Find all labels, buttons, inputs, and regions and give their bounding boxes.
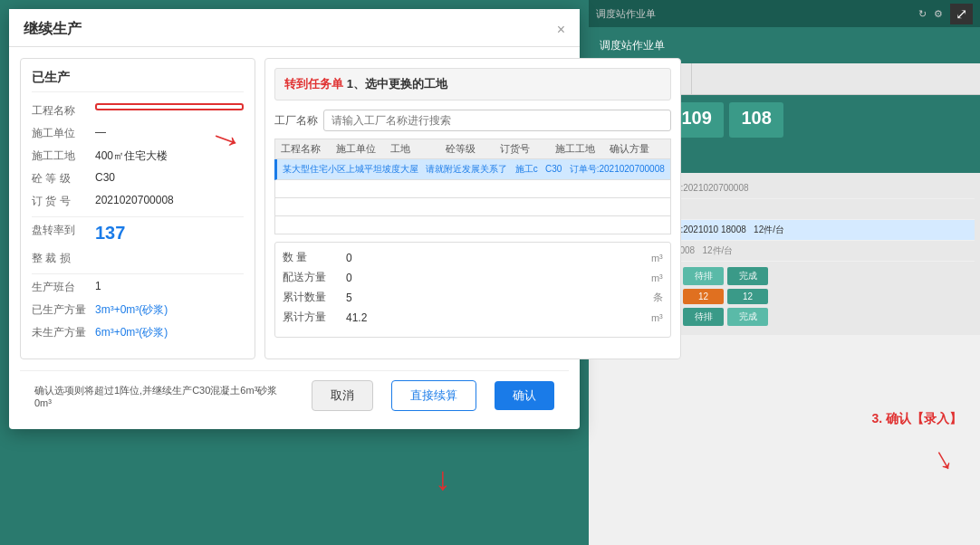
search-input[interactable] — [323, 110, 671, 131]
remaining-value: 6m³+0m³(砂浆) — [95, 325, 244, 340]
red-arrow-down: ↑ — [928, 442, 962, 483]
grid-cell-8: 12 — [727, 289, 768, 304]
top-bar-title: 调度站作业单 — [596, 7, 656, 21]
settings-icon[interactable]: ⚙ — [934, 8, 943, 20]
top-bar: 调度站作业单 ↻ ⚙ ⤢ — [589, 0, 980, 27]
stat-109-num: 109 — [680, 108, 713, 129]
col-header-7: 确认方量 — [610, 142, 665, 156]
footer-note: 确认选项则将超过1阵位,并继续生产C30混凝土6m³砂浆0m³ — [34, 384, 293, 408]
col-header-6: 施工工地 — [555, 142, 610, 156]
info-row-project-name: 工程名称 — [32, 103, 244, 119]
stat-row-quantity: 数 量 0 m³ — [283, 250, 663, 265]
stat-delivery-value: 0 — [346, 272, 651, 284]
project-row-2[interactable] — [274, 180, 671, 198]
refresh-icon[interactable]: ↻ — [918, 8, 927, 20]
rate-value: 137 — [95, 223, 244, 244]
dialog-body: 已生产 工程名称 施工单位 — 施工工地 400㎡住宅大楼 砼 等 级 C30 — [9, 47, 580, 370]
col-header-5: 订货号 — [500, 142, 555, 156]
info-row-loss: 整 裁 损 — [32, 251, 244, 266]
stat-cumcount-value: 5 — [346, 292, 653, 304]
expand-button[interactable]: ⤢ — [950, 4, 973, 24]
order-num-value: 2021020700008 — [95, 194, 244, 206]
project-row-3[interactable] — [274, 198, 671, 216]
info-row-remaining: 未生产方量 6m³+0m³(砂浆) — [32, 325, 244, 340]
red-arrow-confirm: ↓ — [435, 460, 451, 498]
search-area: 工厂名称 — [274, 110, 671, 131]
grid-cell-4: 完成 — [727, 267, 768, 285]
step3-annotation: 3. 确认【录入】 — [871, 411, 962, 427]
info-row-grade: 砼 等 级 C30 — [32, 171, 244, 186]
info-row-rate: 盘转率到 137 — [32, 223, 244, 244]
produced-value: 3m³+0m³(砂浆) — [95, 302, 244, 318]
dialog-title-bar: 继续生产 × — [9, 9, 580, 47]
dialog-title: 继续生产 — [24, 20, 82, 39]
dialog-footer: 确认选项则将超过1阵位,并继续生产C30混凝土6m³砂浆0m³ 取消 直接续算 … — [20, 370, 569, 411]
project-name-value[interactable] — [95, 103, 244, 110]
stat-row-delivery: 配送方量 0 m³ — [283, 270, 663, 285]
info-row-shift: 生产班台 1 — [32, 280, 244, 295]
stat-row-cumcount: 累计数量 5 条 — [283, 290, 663, 305]
step1-title: 1、选中更换的工地 — [347, 77, 447, 91]
stats-section: 数 量 0 m³ 配送方量 0 m³ 累计数量 5 条 累计方量 41.2 — [274, 242, 671, 338]
col-header-2: 施工单位 — [336, 142, 391, 156]
stat-108-num: 108 — [740, 108, 773, 129]
stat-quantity-value: 0 — [346, 252, 651, 264]
left-info-panel: 已生产 工程名称 施工单位 — 施工工地 400㎡住宅大楼 砼 等 级 C30 — [20, 58, 255, 359]
col-header-3: 工地 — [390, 142, 446, 156]
col-header-4: 砼等级 — [446, 142, 501, 156]
grade-value: C30 — [95, 171, 244, 184]
grid-cell-7: 12 — [683, 289, 724, 304]
info-row-order-num: 订 货 号 2021020700008 — [32, 194, 244, 209]
step1-label: 转到任务单 — [284, 77, 347, 91]
project-table-header: 工程名称 施工单位 工地 砼等级 订货号 施工工地 确认方量 — [274, 139, 671, 159]
search-label: 工厂名称 — [274, 113, 318, 129]
close-button[interactable]: × — [557, 22, 565, 38]
project-row-4[interactable] — [274, 216, 671, 234]
main-dialog: 继续生产 × 已生产 工程名称 施工单位 — 施工工地 400㎡住宅大楼 砼 — [9, 9, 580, 429]
stat-row-cumvol: 累计方量 41.2 m³ — [283, 310, 663, 325]
info-row-produced: 已生产方量 3m³+0m³(砂浆) — [32, 302, 244, 318]
grid-cell-12: 完成 — [727, 308, 768, 326]
cancel-button[interactable]: 取消 — [312, 380, 373, 411]
step1-header: 转到任务单 1、选中更换的工地 — [274, 68, 671, 100]
shift-value: 1 — [95, 280, 244, 292]
right-panel-title: 调度站作业单 — [600, 38, 665, 53]
left-panel-title: 已生产 — [32, 70, 244, 92]
project-row-1[interactable]: 某大型住宅小区上城平坦坡度大屋 请就附近发展关系了 施工c C30 订单号:20… — [274, 159, 671, 180]
middle-panel: 转到任务单 1、选中更换的工地 工厂名称 工程名称 施工单位 工地 砼等级 订货… — [264, 58, 681, 359]
grid-cell-11: 待排 — [683, 308, 724, 326]
stat-cumvol-value: 41.2 — [346, 311, 651, 324]
top-bar-icons: ↻ ⚙ ⤢ — [918, 4, 973, 24]
stat-card-108: 108 — [729, 102, 783, 138]
col-header-1: 工程名称 — [281, 142, 336, 156]
reset-button[interactable]: 直接续算 — [391, 380, 476, 411]
grid-cell-3: 待排 — [683, 267, 724, 285]
confirm-button[interactable]: 确认 — [495, 381, 554, 410]
